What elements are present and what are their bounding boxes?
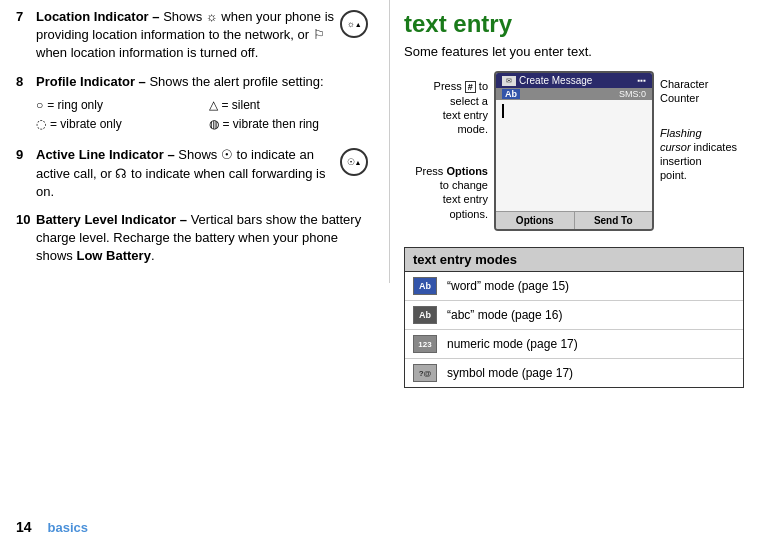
mode-row-numeric: 123 numeric mode (page 17) (405, 330, 743, 359)
active-line-icon: ☉▲ (340, 148, 368, 176)
item-7-content: Location Indicator – Shows ☼ when your p… (36, 8, 335, 63)
left-content: 7 Location Indicator – Shows ☼ when your… (0, 0, 390, 283)
ring-icon: ○ (36, 97, 43, 114)
page-title: text entry (404, 10, 744, 38)
mode-row-word: Ab “word” mode (page 15) (405, 272, 743, 301)
ring-only-label: = ring only (47, 97, 103, 114)
numeric-mode-icon: 123 (413, 335, 437, 353)
mode-row-symbol: ?@ symbol mode (page 17) (405, 359, 743, 387)
location-icon: ☼▲ (340, 10, 368, 38)
diagram-labels-left: Press # toselect atext entrymode. Press … (404, 71, 494, 231)
phone-bottom-bar: Options Send To (496, 211, 652, 229)
page-number: 14 (16, 519, 32, 535)
item-10-period: . (151, 248, 155, 263)
mode-indicator: Ab (502, 89, 520, 99)
silent-icon: △ (209, 97, 218, 114)
vibrate-only-label: = vibrate only (50, 116, 122, 133)
send-to-button[interactable]: Send To (575, 212, 653, 229)
vibrate-ring-icon: ◍ (209, 116, 219, 133)
numeric-mode-desc: numeric mode (page 17) (447, 337, 578, 351)
word-mode-icon: Ab (413, 277, 437, 295)
sub-ring-only: ○ = ring only (36, 97, 201, 114)
item-8-term: Profile Indicator – (36, 74, 146, 89)
options-button[interactable]: Options (496, 212, 575, 229)
char-counter-label: Character Counter (660, 71, 744, 106)
phone-diagram: Press # toselect atext entrymode. Press … (404, 71, 744, 231)
message-icon: ✉ (502, 76, 516, 86)
item-10-content: Battery Level Indicator – Vertical bars … (36, 211, 373, 266)
item-8-sub-items: ○ = ring only △ = silent ◌ = vibrate onl… (36, 97, 373, 133)
modes-table: text entry modes Ab “word” mode (page 15… (404, 247, 744, 388)
item-9-icon: ☉▲ (335, 146, 373, 176)
abc-mode-desc: “abc” mode (page 16) (447, 308, 562, 322)
signal-icon: ▪▪▪ (637, 76, 646, 85)
diagram-labels-right: Character Counter Flashingcursor indicat… (654, 71, 744, 231)
vibrate-ring-label: = vibrate then ring (223, 116, 319, 133)
right-column: text entry Some features let you enter t… (390, 0, 758, 547)
phone-title-bar: ✉ Create Message ▪▪▪ (496, 73, 652, 88)
press-options-label: Press Optionsto changetext entryoptions. (404, 164, 488, 231)
item-10-number: 10 (16, 212, 36, 227)
silent-label: = silent (222, 97, 260, 114)
mode-row-abc: Ab “abc” mode (page 16) (405, 301, 743, 330)
abc-mode-icon: Ab (413, 306, 437, 324)
word-mode-desc: “word” mode (page 15) (447, 279, 569, 293)
sms-counter: SMS:0 (619, 89, 646, 99)
item-7-term: Location Indicator – (36, 9, 160, 24)
item-10: 10 Battery Level Indicator – Vertical ba… (16, 211, 373, 266)
sub-vibrate-only: ◌ = vibrate only (36, 116, 201, 133)
phone-body (496, 100, 652, 211)
item-9-term: Active Line Indicator – (36, 147, 175, 162)
modes-table-header: text entry modes (405, 248, 743, 272)
item-8-number: 8 (16, 74, 36, 89)
item-8-desc: Shows the alert profile setting: (149, 74, 323, 89)
sub-vibrate-ring: ◍ = vibrate then ring (209, 116, 374, 133)
item-7-number: 7 (16, 9, 36, 24)
flashing-cursor-label: Flashingcursor indicatesinsertionpoint. (660, 126, 744, 183)
low-battery-text: Low Battery (76, 248, 150, 263)
phone-screen: ✉ Create Message ▪▪▪ Ab SMS:0 Options Se… (494, 71, 654, 231)
item-10-term: Battery Level Indicator – (36, 212, 187, 227)
title-bar-text: Create Message (519, 75, 592, 86)
item-8: 8 Profile Indicator – Shows the alert pr… (16, 73, 373, 137)
phone-sub-bar: Ab SMS:0 (496, 88, 652, 100)
options-keyword: Options (446, 165, 488, 177)
left-column: 7 Location Indicator – Shows ☼ when your… (0, 0, 390, 547)
sub-silent: △ = silent (209, 97, 374, 114)
item-9-number: 9 (16, 147, 36, 162)
press-hash-label: Press # toselect atext entrymode. (404, 71, 488, 137)
item-9-content: Active Line Indicator – Shows ☉ to indic… (36, 146, 335, 201)
page-subtitle: Some features let you enter text. (404, 44, 744, 59)
page-bottom-left: 14 basics (0, 515, 390, 539)
symbol-mode-desc: symbol mode (page 17) (447, 366, 573, 380)
item-9: 9 Active Line Indicator – Shows ☉ to ind… (16, 146, 373, 201)
press-keyword: Press (434, 80, 465, 92)
item-8-content: Profile Indicator – Shows the alert prof… (36, 73, 373, 137)
basics-label: basics (48, 520, 88, 535)
item-7: 7 Location Indicator – Shows ☼ when your… (16, 8, 373, 63)
cursor (502, 104, 504, 118)
item-7-icon: ☼▲ (335, 8, 373, 38)
press-options-text: Press (415, 165, 446, 177)
vibrate-only-icon: ◌ (36, 116, 46, 133)
symbol-mode-icon: ?@ (413, 364, 437, 382)
press-options-rest: to changetext entryoptions. (440, 179, 488, 220)
hash-key-icon: # (465, 81, 476, 93)
